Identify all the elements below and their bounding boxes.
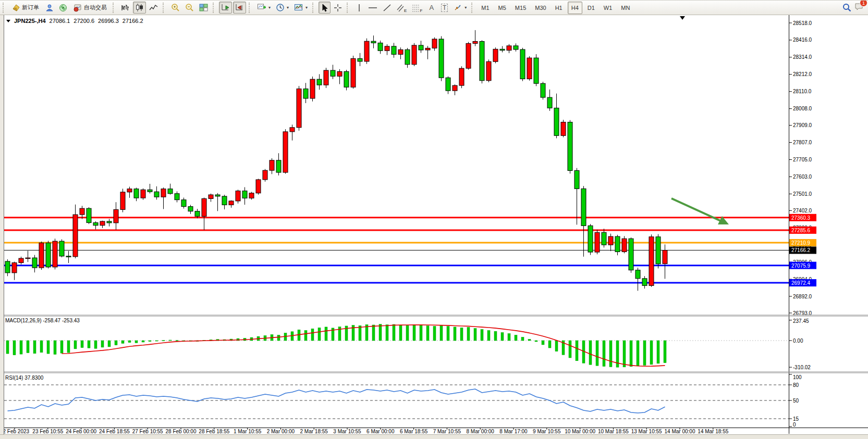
zoom-out-button[interactable]: [183, 2, 196, 14]
macd-histogram-bar: [555, 341, 558, 352]
toolbar-grip[interactable]: [347, 3, 350, 13]
timeframe-button-M5[interactable]: M5: [495, 2, 510, 14]
open-value: 27086.1: [50, 18, 70, 24]
auto-trading-icon: [74, 4, 82, 12]
macd-histogram-bar: [325, 327, 327, 341]
mt4-window: 新订单 自动交易: [0, 0, 868, 439]
time-axis-label: 24 Feb 18:55: [99, 429, 130, 434]
toolbar-grip[interactable]: [249, 3, 252, 13]
toolbar-grip[interactable]: [213, 3, 216, 13]
candle-body-bear: [446, 78, 450, 91]
macd-signal: -253.43: [62, 318, 80, 323]
timeframe-button-M1[interactable]: M1: [478, 2, 493, 14]
templates-button[interactable]: ▾: [292, 2, 310, 14]
text-button[interactable]: A: [425, 2, 437, 14]
candle-body-bull: [561, 122, 566, 136]
rsi-name: RSI(14): [5, 375, 23, 381]
toolbar-grip[interactable]: [113, 3, 116, 13]
macd-histogram-bar: [359, 325, 361, 341]
new-order-button[interactable]: 新订单: [9, 2, 42, 14]
timeframe-button-M30[interactable]: M30: [531, 2, 549, 14]
timeframe-button-H4[interactable]: H4: [568, 2, 582, 14]
fibonacci-button[interactable]: F: [410, 2, 424, 14]
toolbar-grip[interactable]: [471, 3, 475, 13]
candle-body-bear: [358, 58, 362, 61]
macd-histogram-bar: [467, 327, 470, 341]
horizontal-line-button[interactable]: [366, 2, 380, 14]
macd-histogram-bar: [433, 326, 436, 341]
toolbar-grip[interactable]: [3, 3, 6, 13]
search-icon[interactable]: [842, 3, 851, 12]
timeframe-button-W1[interactable]: W1: [600, 2, 616, 14]
notifications-button[interactable]: 1: [854, 2, 864, 13]
chart-canvas[interactable]: 28518.028416.028314.028212.028110.028008…: [0, 1, 868, 439]
candle-body-bear: [181, 200, 186, 207]
auto-scroll-button[interactable]: [219, 2, 232, 14]
macd-histogram-bar: [420, 325, 422, 341]
period-button[interactable]: ▾: [274, 2, 291, 14]
candle-body-bear: [242, 191, 247, 198]
candle-body-bull: [473, 42, 478, 44]
high-value: 27200.6: [74, 18, 94, 24]
candle-body-bull: [100, 221, 105, 225]
bar-chart-button[interactable]: [119, 2, 132, 14]
zoom-in-icon: [171, 3, 180, 12]
line-chart-button[interactable]: [147, 2, 160, 14]
candle-body-bear: [378, 43, 383, 51]
timeframe-button-D1[interactable]: D1: [584, 2, 598, 14]
crosshair-button[interactable]: [332, 2, 344, 14]
zoom-in-button[interactable]: [169, 2, 182, 14]
equidistant-channel-button[interactable]: E: [395, 2, 409, 14]
rsi-axis-label: 100: [793, 374, 802, 380]
cursor-button[interactable]: [319, 2, 331, 14]
timeframe-button-M15[interactable]: M15: [511, 2, 530, 14]
candle-body-bull: [26, 258, 30, 259]
price-tick-label: 27909.0: [793, 122, 812, 128]
macd-histogram-bar: [481, 330, 483, 341]
text-a-glyph: A: [429, 4, 434, 11]
auto-trading-button[interactable]: 自动交易: [70, 2, 110, 14]
candle-body-bull: [290, 128, 295, 132]
macd-histogram-bar: [460, 328, 463, 341]
fibonacci-icon: [412, 4, 420, 12]
candle-body-bear: [59, 241, 64, 256]
macd-histogram-bar: [6, 341, 9, 354]
new-chart-button[interactable]: ▾: [255, 2, 273, 14]
macd-histogram-bar: [406, 325, 409, 341]
chevron-down-icon: ▾: [287, 5, 289, 10]
tile-windows-button[interactable]: [197, 2, 210, 14]
arrows-button[interactable]: ▾: [451, 2, 469, 14]
trendline-button[interactable]: [381, 2, 394, 14]
macd-histogram-bar: [576, 341, 578, 361]
timeframe-button-MN[interactable]: MN: [617, 2, 633, 14]
candlestick-chart-button[interactable]: [133, 2, 146, 14]
candle-body-bull: [527, 58, 532, 79]
text-label-button[interactable]: T: [438, 2, 450, 14]
toolbar-grip[interactable]: [163, 3, 166, 13]
price-tick-label: 26892.0: [793, 294, 812, 299]
vertical-line-button[interactable]: [353, 2, 365, 14]
time-axis-label: 28 Feb 00:00: [166, 429, 197, 434]
macd-main: -258.47: [43, 318, 60, 323]
candle-body-bull: [236, 191, 240, 201]
signals-button[interactable]: [57, 2, 69, 14]
price-line-label: 27285.6: [791, 228, 811, 233]
candle-body-bull: [19, 258, 23, 262]
toolbar-grip[interactable]: [312, 3, 316, 13]
candle-body-bear: [303, 89, 308, 98]
price-line-label: 27210.9: [791, 240, 811, 246]
timeframe-button-H1[interactable]: H1: [552, 2, 566, 14]
candle-body-bear: [520, 49, 525, 79]
macd-histogram-bar: [650, 341, 653, 365]
chart-shift-button[interactable]: [233, 2, 246, 14]
candle-body-bull: [161, 189, 166, 197]
candle-body-bull: [364, 41, 369, 61]
macd-histogram-bar: [88, 341, 90, 348]
chart-menu-caret-icon[interactable]: [6, 20, 10, 22]
macd-histogram-bar: [54, 341, 56, 354]
profile-button[interactable]: [43, 2, 56, 14]
time-axis-label: 28 Feb 18:55: [199, 429, 229, 434]
fibo-f-glyph: F: [420, 8, 422, 13]
rsi-axis-label: 15: [793, 416, 799, 422]
time-axis-label: 8 Mar 17:00: [499, 429, 528, 434]
